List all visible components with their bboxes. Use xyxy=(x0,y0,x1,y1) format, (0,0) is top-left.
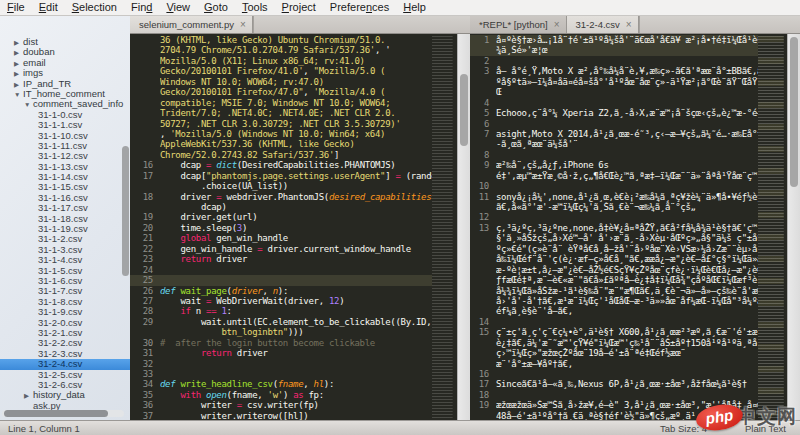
menu-find[interactable]: Find xyxy=(124,0,159,16)
close-icon[interactable]: × xyxy=(240,20,246,30)
code-line: 35 with open(fname, 'w') as fp: xyxy=(130,390,432,400)
line-number: 18 xyxy=(470,390,496,400)
code-line: btn_loginbtn"))) xyxy=(130,327,432,337)
line-text xyxy=(496,181,758,191)
chevron-right-icon[interactable]: ▶ xyxy=(14,58,23,69)
text-lines[interactable]: 1å¤ºè§†æ›å…¡1å¨†é'±ã¹ºå¼šå'¨ä€œå'å€ã¥ æ²… xyxy=(470,34,758,420)
line-text: gen_win_handle = driver.current_window_h… xyxy=(160,244,432,254)
text-line: ƒfæŒé‡ª,æ¨—è€«æ¨"ã€å»£ãºªå—è¿‡å‡ï¼Œå¾"çå… xyxy=(470,275,758,285)
chevron-right-icon[interactable]: ▶ xyxy=(14,79,23,90)
php-cn-watermark: php 中文网 xyxy=(696,404,797,430)
tree-item-label: 31-1-14.csv xyxy=(38,171,88,182)
chevron-right-icon[interactable]: ▶ xyxy=(14,68,23,79)
tree-item-label: 31-1-3.csv xyxy=(38,244,82,255)
menu-edit[interactable]: Edit xyxy=(32,0,65,16)
menu-view[interactable]: View xyxy=(159,0,197,16)
sidebar-folder-dist[interactable]: ▶dist xyxy=(0,37,130,47)
menu-selection[interactable]: Selection xyxy=(65,0,124,16)
line-text: é‡',æµ™æ±Ÿæ¸©å·ž,ç„¶å€Œè¿™ã¸ªæ‡–ï¼Œæ¨¨ä»… xyxy=(496,171,758,181)
scrollbar-thumb[interactable] xyxy=(4,410,108,417)
close-icon[interactable]: × xyxy=(626,20,632,30)
code-line: 33 xyxy=(130,369,432,379)
menu-file[interactable]: File xyxy=(0,0,32,16)
menu-tools[interactable]: Tools xyxy=(235,0,275,16)
editor-vertical-scrollbar[interactable] xyxy=(457,34,470,420)
tree-item-label: 31-1-17.csv xyxy=(38,202,88,213)
line-text xyxy=(496,150,758,160)
line-text: sonyå¿¡å¼',none,å¹¿ã¸œ,è€è¡²æ‰å¼ã¸ªç¥žè¼… xyxy=(496,192,758,202)
line-text: å‰ï¼Œéf¨å¨'ç(è¿·æf—ç»å€å¸"ã€,ææå¿—æ"¿è€—… xyxy=(496,254,758,264)
code-line: 32 xyxy=(130,359,432,369)
tree-item-label: 31-2-6.csv xyxy=(38,379,82,390)
text-line: 10 xyxy=(470,181,758,191)
line-number xyxy=(130,98,160,108)
menu-goto[interactable]: Goto xyxy=(197,0,235,16)
line-text: return driver xyxy=(160,254,432,264)
tree-item-label: 31-1-1.csv xyxy=(38,119,82,130)
text-line: 3å— å°é¸Ÿ,Moto X æ²,å°‰å¼å¨è,¥,æ‰ç»-ã€ã'… xyxy=(470,66,758,76)
line-text: Trident/7.0; .NET4.0C; .NET4.0E; .NET CL… xyxy=(160,108,432,118)
text-line: 9æ²‰å¨,çš„å¿ƒ,iPhone 6s xyxy=(470,160,758,170)
line-text: return driver xyxy=(160,348,432,358)
text-line: 16 xyxy=(470,369,758,379)
tree-item-label: 31-1-5.csv xyxy=(38,265,82,276)
sidebar-horizontal-scrollbar[interactable] xyxy=(2,410,124,417)
line-text: driver.get(url) xyxy=(160,212,432,222)
tab-label: *REPL* [python] xyxy=(479,17,548,33)
code-line: Mozilla/5.0 (X11; Linux x86_64; rv:41.0) xyxy=(130,56,432,66)
line-number: 7 xyxy=(470,129,496,139)
code-line: 37 writer.writerow([hl]) xyxy=(130,411,432,420)
tab-31-2-4-csv[interactable]: 31-2-4.csv× xyxy=(567,16,639,33)
editor-group-left: selenium_comment.py× 36 (KHTML, like Gec… xyxy=(130,16,470,420)
menu-preferences[interactable]: Preferences xyxy=(323,0,396,16)
code-lines[interactable]: 36 (KHTML, like Gecko) Ubuntu Chromium/5… xyxy=(130,34,432,420)
text-line: §'ã¸»åŠžçš„å›Xé™—å' å'›æ¨ã¸-å›Xèµ·åŒºç»„… xyxy=(470,233,758,243)
tree-item-label: 31-2-5.csv xyxy=(38,369,82,380)
tree-item-label: 31-1-7.csv xyxy=(38,285,82,296)
line-text: compatible; MSIE 7.0; Windows NT 10.0; W… xyxy=(160,98,432,108)
csv-editor[interactable]: 1å¤ºè§†æ›å…¡1å¨†é'±ã¹ºå¼šå'¨ä€œå'å€ã¥ æ²… xyxy=(470,34,800,420)
line-text: asight,Moto X 2014,å¹¿ã¸œæ-é˜³,ç‹—æ—¥çš„… xyxy=(496,129,758,139)
menu-project[interactable]: Project xyxy=(275,0,323,16)
editor-vertical-scrollbar[interactable] xyxy=(787,34,800,420)
code-editor-python[interactable]: 36 (KHTML, like Gecko) Ubuntu Chromium/5… xyxy=(130,34,470,420)
line-text: dcap) xyxy=(160,202,432,212)
line-number: 37 xyxy=(130,411,160,420)
line-number: 4 xyxy=(470,98,496,108)
line-number xyxy=(130,129,160,139)
tab-selenium-comment-py[interactable]: selenium_comment.py× xyxy=(130,16,253,33)
scrollbar-thumb[interactable] xyxy=(790,37,798,187)
sidebar-folder-history-data[interactable]: ▶history_data xyxy=(0,390,130,400)
line-text xyxy=(496,98,758,108)
line-text: if n == 1: xyxy=(160,306,432,316)
tree-item-label: douban xyxy=(23,46,55,57)
status-bar: Line 1, Column 1 Tab Size: 4 Plain Text xyxy=(0,420,800,435)
chevron-right-icon[interactable]: ▶ xyxy=(14,47,23,58)
sidebar-vertical-scrollbar[interactable] xyxy=(122,146,129,276)
code-line: 2704.79 Chrome/51.0.2704.79 Safari/537.3… xyxy=(130,45,432,55)
chevron-down-icon[interactable]: ▼ xyxy=(14,89,23,100)
minimap[interactable] xyxy=(432,36,456,418)
line-text xyxy=(496,390,758,400)
line-text: Gecko/20100101 Firefox/41.0', "Mozilla/5… xyxy=(160,66,432,76)
tab-bar-empty-space xyxy=(253,16,470,33)
line-number: 30 xyxy=(130,338,160,348)
chevron-down-icon[interactable]: ▼ xyxy=(24,99,33,110)
minimap[interactable] xyxy=(758,36,786,418)
menu-help[interactable]: Help xyxy=(396,0,433,16)
sidebar-file-tree[interactable]: ▶dist▶douban▶email▶imgs▶IP_and_TR▼IT_hom… xyxy=(0,16,130,420)
line-number xyxy=(470,254,496,264)
folder-tree: ▶dist▶douban▶email▶imgs▶IP_and_TR▼IT_hom… xyxy=(0,16,130,411)
chevron-right-icon[interactable]: ▶ xyxy=(14,37,23,48)
tab-repl-python[interactable]: *REPL* [python]× xyxy=(470,16,567,33)
close-icon[interactable]: × xyxy=(554,20,560,30)
scrollbar-thumb[interactable] xyxy=(460,74,468,146)
tree-item-label: 31-2-2.csv xyxy=(38,337,82,348)
line-number: 29 xyxy=(130,317,160,327)
chevron-right-icon[interactable]: ▶ xyxy=(24,390,33,401)
sidebar-folder-email[interactable]: ▶email xyxy=(0,58,130,68)
line-text: AppleWebKit/537.36 (KHTML, like Gecko) xyxy=(160,139,432,149)
line-text: Œ xyxy=(496,87,758,97)
line-text: wait.until(EC.element_to_be_clickable((B… xyxy=(160,317,432,327)
sidebar-folder-douban[interactable]: ▶douban xyxy=(0,47,130,57)
